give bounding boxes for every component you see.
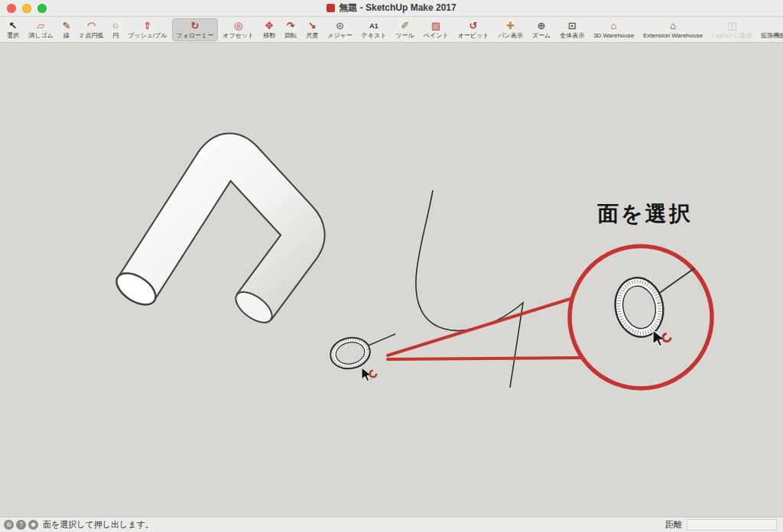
tool-label: テキスト	[362, 32, 387, 39]
measurement-label: 距離	[665, 519, 682, 530]
tool-label: ズーム	[532, 32, 551, 39]
tool-orbit[interactable]: ↺オービット	[453, 18, 494, 41]
tool-zoom[interactable]: ⊕ズーム	[528, 18, 555, 41]
tool-push-pull[interactable]: ⇧プッシュ/プル	[123, 18, 171, 41]
tool-label: LayOut に送信	[712, 32, 752, 39]
tool-label: ツール	[396, 32, 414, 39]
profile-circle[interactable]	[327, 334, 395, 372]
pencil-line-icon: ✎	[63, 21, 71, 31]
maximize-button[interactable]	[37, 4, 47, 13]
tool-label: 拡張機能マネージャー	[761, 32, 783, 39]
rotate-icon: ↷	[287, 21, 295, 31]
extension-warehouse-icon: ⌂	[670, 21, 676, 31]
select-cursor-icon: ↖	[9, 21, 18, 31]
circle-icon: ○	[112, 21, 119, 31]
tool-paint[interactable]: ▨ペイント	[419, 18, 453, 41]
tool-label: 円	[112, 32, 119, 39]
tool-label: Extension Warehouse	[643, 32, 703, 39]
tube-3d-model[interactable]	[111, 154, 303, 328]
tool-label: 線	[63, 32, 70, 39]
zoom-icon: ⊕	[537, 21, 545, 31]
tool-scale[interactable]: ↘尺度	[301, 18, 323, 41]
tool-eraser[interactable]: ▱消しゴム	[24, 18, 58, 41]
status-icons: ⊕?☻	[4, 520, 38, 530]
paint-bucket-icon: ▨	[431, 21, 440, 31]
toolbar: ↖選択▱消しゴム✎線◠2 点円弧○円⇧プッシュ/プル↻フォローミー◎オフセット✥…	[0, 17, 783, 43]
push-pull-icon: ⇧	[143, 21, 151, 31]
follow-me-icon: ↻	[190, 21, 199, 31]
help-icon[interactable]: ?	[16, 520, 26, 530]
window-title: 無題 - SketchUp Make 2017	[0, 0, 783, 16]
tools-icon: ✐	[401, 21, 409, 31]
close-button[interactable]	[7, 4, 16, 13]
annotation-select-face: 面を選択	[597, 202, 693, 225]
titlebar: 無題 - SketchUp Make 2017	[0, 0, 783, 17]
status-message: 面を選択して押し出します。	[43, 519, 154, 530]
sketchup-window: 無題 - SketchUp Make 2017 ↖選択▱消しゴム✎線◠2 点円弧…	[0, 0, 783, 532]
tool-label: プッシュ/プル	[128, 32, 167, 39]
tool-label: 2 点円弧	[80, 32, 103, 39]
sketchup-doc-icon	[327, 4, 335, 12]
tool-extension-manager[interactable]: ❖拡張機能マネージャー	[756, 18, 783, 41]
zoom-callout	[388, 246, 712, 388]
tool-select[interactable]: ↖選択	[2, 18, 24, 41]
tool-label: ペイント	[424, 32, 449, 39]
eraser-icon: ▱	[37, 21, 44, 31]
warehouse-icon: ⌂	[611, 21, 617, 31]
tool-label: 尺度	[306, 32, 318, 39]
traffic-lights	[7, 4, 47, 13]
tool-pan[interactable]: ✚パン表示	[493, 18, 527, 41]
tool-text[interactable]: A1テキスト	[357, 18, 392, 41]
follow-me-cursor	[362, 368, 376, 381]
tool-3d-warehouse[interactable]: ⌂3D Warehouse	[589, 18, 638, 41]
tool-send-to-layout[interactable]: ◫LayOut に送信	[707, 18, 756, 41]
tool-label: 消しゴム	[28, 32, 54, 39]
drawing-canvas[interactable]: 面を選択	[0, 43, 783, 517]
tool-rotate[interactable]: ↷回転	[280, 18, 301, 41]
tool-two-point-arc[interactable]: ◠2 点円弧	[75, 18, 108, 41]
tape-measure-icon: ⊙	[336, 21, 344, 31]
tool-label: フォローミー	[177, 32, 214, 39]
tool-label: 全体表示	[560, 32, 584, 39]
tool-extension-warehouse[interactable]: ⌂Extension Warehouse	[638, 18, 707, 41]
scale-icon: ↘	[308, 21, 317, 31]
tool-label: 回転	[284, 32, 297, 39]
orbit-icon: ↺	[469, 21, 478, 31]
measurement-input[interactable]	[687, 519, 777, 530]
statusbar: ⊕?☻ 面を選択して押し出します。 距離	[0, 517, 783, 532]
text-tool-icon: A1	[369, 21, 379, 31]
tool-label: 3D Warehouse	[593, 32, 634, 39]
tool-label: オフセット	[223, 32, 254, 39]
tool-tools[interactable]: ✐ツール	[392, 18, 419, 41]
move-icon: ✥	[265, 21, 274, 31]
tool-move[interactable]: ✥移動	[258, 18, 280, 41]
tool-label: 選択	[7, 32, 19, 39]
tool-line[interactable]: ✎線	[58, 18, 76, 41]
zoom-extents-icon: ⊡	[568, 21, 577, 31]
account-icon[interactable]: ☻	[28, 520, 38, 530]
layout-icon: ◫	[727, 21, 736, 31]
tool-label: 移動	[263, 32, 275, 39]
pan-icon: ✚	[506, 21, 515, 31]
tool-label: メジャー	[327, 32, 353, 39]
model-view[interactable]: 面を選択	[0, 43, 783, 517]
tool-tape-measure[interactable]: ⊙メジャー	[323, 18, 357, 41]
tool-offset[interactable]: ◎オフセット	[218, 18, 258, 41]
tool-zoom-extents[interactable]: ⊡全体表示	[555, 18, 589, 41]
tool-label: パン表示	[498, 32, 522, 39]
window-title-text: 無題 - SketchUp Make 2017	[339, 2, 456, 15]
tool-circle[interactable]: ○円	[108, 18, 123, 41]
offset-icon: ◎	[234, 21, 242, 31]
minimize-button[interactable]	[22, 4, 31, 13]
geolocation-icon[interactable]: ⊕	[4, 520, 14, 530]
tool-label: オービット	[458, 32, 489, 39]
arc-icon: ◠	[88, 21, 96, 31]
tool-follow-me[interactable]: ↻フォローミー	[172, 18, 219, 41]
